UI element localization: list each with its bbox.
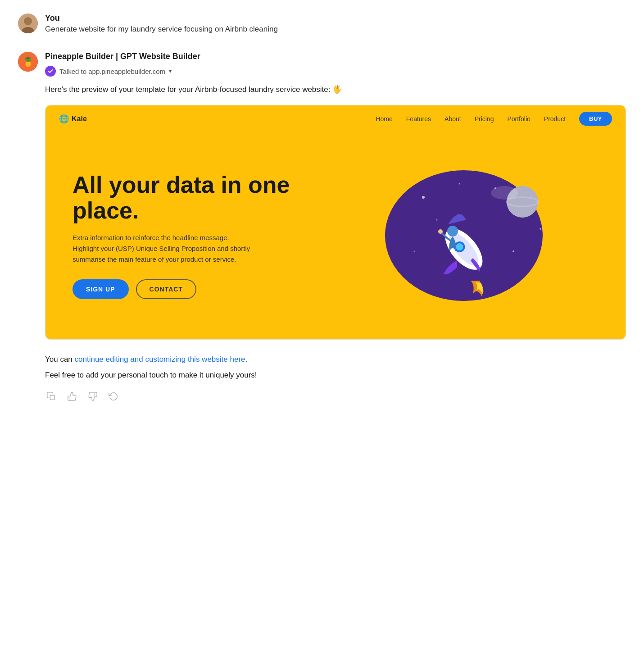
svg-point-21 [447, 226, 458, 237]
thumbdown-icon[interactable] [86, 390, 99, 403]
talked-to-text: Talked to app.pineapplebuilder.com [59, 68, 165, 75]
talked-to-badge[interactable]: Talked to app.pineapplebuilder.com ▾ [45, 66, 172, 77]
nav-link-home[interactable]: Home [376, 115, 392, 123]
svg-point-10 [512, 250, 514, 252]
svg-point-6 [422, 196, 425, 199]
post-text-1: You can [45, 355, 75, 364]
hero-subtitle: Extra information to reinforce the headl… [73, 232, 253, 265]
contact-button[interactable]: CONTACT [136, 279, 196, 299]
signup-button[interactable]: SIGN UP [73, 279, 129, 299]
svg-rect-23 [50, 395, 54, 400]
logo-icon: 🌐 [59, 114, 69, 124]
refresh-icon[interactable] [107, 390, 120, 403]
bot-name: Pineapple Builder | GPT Website Builder [45, 52, 626, 61]
nav-link-product[interactable]: Product [544, 115, 566, 123]
svg-point-22 [438, 229, 443, 234]
nav-link-portfolio[interactable]: Portfolio [507, 115, 530, 123]
rocket-svg [369, 161, 549, 310]
bot-preview-intro: Here's the preview of your template for … [45, 85, 626, 94]
buy-button[interactable]: BUY [579, 112, 612, 126]
preview-hero: All your data in one place. Extra inform… [45, 132, 626, 339]
thumbup-icon[interactable] [66, 390, 78, 403]
user-content: You Generate website for my laundry serv… [45, 14, 278, 34]
bot-message: 🍍 Pineapple Builder | GPT Website Builde… [18, 52, 626, 403]
bot-avatar: 🍍 [18, 52, 38, 72]
nav-link-about[interactable]: About [444, 115, 461, 123]
hero-left: All your data in one place. Extra inform… [73, 172, 307, 299]
check-icon [45, 66, 56, 77]
hero-illustration [307, 161, 612, 310]
post-text-2: . [245, 355, 248, 364]
svg-point-11 [414, 251, 415, 252]
user-avatar [18, 14, 38, 33]
svg-text:🍍: 🍍 [23, 56, 34, 67]
svg-point-12 [540, 228, 541, 230]
hero-title: All your data in one place. [73, 172, 307, 223]
svg-point-9 [436, 219, 438, 221]
hero-buttons: SIGN UP CONTACT [73, 279, 307, 299]
post-preview-line2: Feel free to add your personal touch to … [45, 369, 626, 382]
edit-link[interactable]: continue editing and customizing this we… [75, 355, 245, 364]
chevron-down-icon: ▾ [169, 68, 172, 74]
website-preview: 🌐 Kale Home Features About Pricing Portf… [45, 105, 626, 340]
copy-icon[interactable] [45, 390, 58, 403]
preview-navbar: 🌐 Kale Home Features About Pricing Portf… [45, 105, 626, 132]
nav-link-features[interactable]: Features [406, 115, 431, 123]
logo-text: Kale [72, 115, 87, 123]
svg-point-13 [459, 183, 460, 185]
action-icons [45, 390, 626, 403]
user-name: You [45, 14, 278, 23]
svg-point-1 [24, 17, 32, 25]
user-message: You Generate website for my laundry serv… [18, 14, 626, 34]
preview-logo: 🌐 Kale [59, 114, 87, 124]
svg-point-16 [491, 186, 518, 200]
user-prompt: Generate website for my laundry service … [45, 25, 278, 34]
post-preview-line1: You can continue editing and customizing… [45, 353, 626, 366]
nav-link-pricing[interactable]: Pricing [475, 115, 494, 123]
bot-content: Pineapple Builder | GPT Website Builder … [45, 52, 626, 403]
nav-links: Home Features About Pricing Portfolio Pr… [376, 115, 566, 123]
